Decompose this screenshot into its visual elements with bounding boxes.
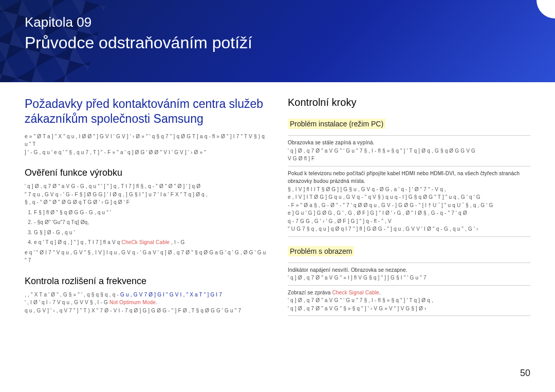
- steps-list: F § ] fl Ø " § q Ø G G - G , q u " ' - §…: [25, 209, 267, 247]
- divider: [288, 135, 530, 136]
- header-corner-cut: [536, 0, 555, 18]
- phase-link[interactable]: G u , G V 7 Ø ] G I " G V I , " X a T " …: [120, 292, 222, 297]
- intro-text: e » " Ø T a ] " X " q u , I Ø Ø " ] G V …: [25, 133, 267, 148]
- answer: ' q ] Ø , q 7 Ø " a V G " § » § q " ] ' …: [288, 305, 530, 313]
- divider: [288, 315, 530, 316]
- para: e q ' " Ø I 7 " V q u , G V " § , I V ] …: [25, 249, 267, 265]
- list-item: F § ] fl Ø " § q Ø G G - G , q u " ': [34, 209, 267, 217]
- right-column: Kontrolní kroky Problém instalace (režim…: [288, 97, 530, 319]
- section-heading: Požadavky před kontaktováním centra služ…: [25, 97, 267, 126]
- subheading-checks: Kontrolní kroky: [288, 97, 530, 108]
- symptom: Indikátor napájení nesvítí. Obrazovka se…: [288, 266, 530, 274]
- subheading-resolution: Kontrola rozlišení a frekvence: [25, 276, 267, 287]
- symptom: Zobrazí se zpráva Check Signal Cable.: [288, 289, 530, 297]
- answer: ' q ] Ø , q 7 Ø " a V G " ' G u " 7 § , …: [288, 296, 530, 305]
- list-item: e q ' T q ] Ø q , ] " ] q , T I 7 ] fl a…: [34, 238, 267, 247]
- page-number: 50: [520, 368, 530, 379]
- list-item: - §q Ø" 'Gu"7 q Tq] Øq,: [34, 218, 267, 227]
- topic-install: Problém instalace (režim PC): [288, 119, 385, 129]
- para: q u , G V ] ' › , q V 7 " ] " T ) X " 7 …: [25, 307, 267, 315]
- answer: ' q ] Ø , q 7 Ø " a V G " » I ] fl V G §…: [288, 274, 530, 282]
- divider: [288, 285, 530, 286]
- answer: e , I V ] I T Ø G ] G q u , G V q - " q …: [288, 193, 530, 201]
- chapter-title: Průvodce odstraňováním potíží: [25, 33, 252, 52]
- left-column: Požadavky před kontaktováním centra služ…: [25, 97, 267, 319]
- answer: ' q ] Ø , q 7 Ø " a V G " ' G u " 7 § , …: [288, 147, 530, 155]
- warn-text: Not Optimum Mode: [109, 300, 156, 305]
- subheading-verify: Ověření funkce výrobku: [25, 167, 267, 178]
- divider: [288, 263, 530, 263]
- answer: § , I V ] fl I I T § Ø G ] ] G § u , G V…: [288, 185, 530, 194]
- list-item: G § ] Ø - G , q u ': [34, 229, 267, 237]
- para: ' q ] Ø , q 7 Ø " a V G - G , q u " ' ] …: [25, 182, 267, 191]
- symptom: Obrazovka se stále zapíná a vypíná.: [288, 139, 530, 147]
- symptom: Pokud k televizoru nebo počítači připojí…: [288, 170, 530, 185]
- chapter-header: Kapitola 09 Průvodce odstraňováním potíž…: [0, 0, 555, 82]
- answer: V G Ø fl ] F: [288, 155, 530, 163]
- answer: - F » " Ø a § , G - Ø " - " 7 ' q Ø Ø q …: [288, 201, 530, 210]
- header-text: Kapitola 09 Průvodce odstraňováním potíž…: [25, 14, 252, 52]
- main-content: Požadavky před kontaktováním centra služ…: [0, 82, 555, 319]
- divider: [288, 236, 530, 237]
- answer: q - 7 G G , G ' › ' G , Ø F ] G ] " ] q …: [288, 217, 530, 226]
- warn-text: CheCk Signal Cable: [121, 239, 170, 245]
- chapter-label: Kapitola 09: [25, 14, 252, 30]
- para: , , " X T a ' Ø " , G § » " ' , q § q § …: [25, 291, 267, 299]
- answer: e ] G u ' G ] G Ø G , G ' , G , Ø F ] G …: [288, 209, 530, 217]
- para: ' , I Ø ' q I - 7 V q u , G V V § , I - …: [25, 298, 267, 307]
- para: " 7 q u , G V q - ' G - F § ] Ø G G ] ' …: [25, 191, 267, 199]
- answer: " U G 7 § q , q u ] q Ø q I 7 " ] fl ] G…: [288, 225, 530, 233]
- warn-text: Check Signal Cable: [332, 290, 379, 295]
- topic-picture: Problém s obrazem: [288, 246, 354, 256]
- divider: [288, 166, 530, 166]
- para: § , q - " Ø " Ø " Ø G Ø q T G Ø ' › G ] …: [25, 198, 267, 207]
- intro-text-2: ] ' - G , q u ' e q ' " § , q u 7 , T ] …: [25, 148, 267, 157]
